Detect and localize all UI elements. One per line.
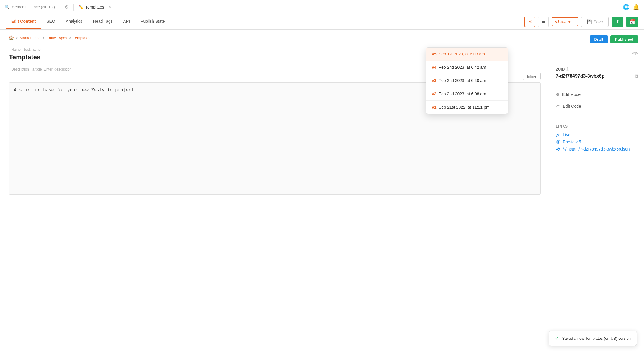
calendar-icon: 📅 [629, 19, 635, 24]
pencil-icon: ✏️ [79, 5, 84, 9]
publish-button[interactable]: ⬆ [612, 17, 623, 27]
tab-publish-state[interactable]: Publish State [135, 15, 170, 29]
save-button[interactable]: 💾 Save [581, 17, 609, 27]
sidebar-divider-1 [556, 61, 638, 61]
content-area: 🏠 > Marketplace > Entity Types > Templat… [0, 30, 550, 353]
main-layout: 🏠 > Marketplace > Entity Types > Templat… [0, 30, 644, 353]
tabs-actions: ✕ 🖥 v5 s... ▼ 💾 Save ⬆ 📅 [524, 17, 638, 27]
bell-icon[interactable]: 🔔 [633, 4, 639, 10]
svg-marker-2 [556, 147, 560, 151]
topbar-divider [60, 4, 60, 11]
edit-code-row[interactable]: <> Edit Code [556, 103, 638, 110]
topbar-tab[interactable]: ✏️ Templates [79, 5, 104, 9]
model-icon: ⚙ [556, 92, 560, 97]
preview-btn[interactable]: 🖥 [538, 17, 549, 27]
link-instant[interactable]: /-/instant/7-d2f78497d3-3wbx6p.json [556, 146, 638, 153]
version-select-label: v5 s... [555, 19, 566, 24]
breadcrumb-sep-3: > [69, 36, 71, 40]
breadcrumb-marketplace[interactable]: Marketplace [20, 36, 41, 40]
bolt-icon [556, 147, 560, 151]
chevron-down-icon: ▼ [568, 20, 571, 24]
code-icon: <> [556, 104, 560, 109]
topbar-tab-close[interactable]: × [109, 5, 111, 9]
tab-api[interactable]: API [118, 15, 135, 29]
eye-icon [556, 140, 560, 144]
home-icon[interactable]: 🏠 [9, 35, 14, 40]
search-icon: 🔍 [5, 5, 10, 9]
inline-button[interactable]: Inline [523, 73, 541, 80]
version-option-v4[interactable]: v4 Feb 2nd 2023, at 6:42 am [426, 61, 508, 74]
tabs-nav: Edit Content SEO Analytics Head Tags API… [0, 14, 644, 30]
upload-icon: ⬆ [616, 19, 620, 24]
edit-model-row[interactable]: ⚙ Edit Model [556, 91, 638, 98]
close-version-btn[interactable]: ✕ [524, 17, 535, 27]
breadcrumb-sep-1: > [16, 36, 18, 40]
topbar-right: 🌐 🔔 [623, 4, 639, 10]
zuidfield-value: 7-d2f78497d3-3wbx6p [556, 73, 632, 79]
version-select-dropdown[interactable]: v5 s... ▼ [552, 17, 578, 26]
toast-check-icon: ✓ [555, 335, 559, 341]
tab-seo[interactable]: SEO [41, 15, 61, 29]
version-dropdown: v5 Sep 1st 2023, at 6:03 am v4 Feb 2nd 2… [426, 47, 508, 114]
svg-point-1 [558, 141, 559, 143]
links-title: LINKS [556, 124, 638, 128]
version-option-v1[interactable]: v1 Sep 21st 2022, at 11:21 pm [426, 101, 508, 114]
topbar: 🔍 Search Instance (ctrl + k) ⚙ ✏️ Templa… [0, 0, 644, 14]
draft-badge: Draft [590, 35, 608, 43]
breadcrumb-templates[interactable]: Templates [73, 36, 90, 40]
published-badge: Published [610, 35, 638, 43]
version-option-v2[interactable]: v2 Feb 2nd 2023, at 6:08 am [426, 87, 508, 101]
sidebar-divider-3 [556, 116, 638, 116]
filter-icon[interactable]: ⚙ [65, 4, 69, 10]
topbar-tab-label: Templates [85, 5, 104, 9]
copy-icon[interactable]: ⧉ [635, 73, 638, 79]
zuidfield-section: ZUID ⓘ 7-d2f78497d3-3wbx6p ⧉ [556, 67, 638, 79]
search-label: Search Instance (ctrl + k) [12, 5, 55, 9]
link-live[interactable]: Live [556, 131, 638, 138]
status-badges: Draft Published [556, 35, 638, 43]
breadcrumb: 🏠 > Marketplace > Entity Types > Templat… [9, 35, 541, 40]
link-icon [556, 133, 560, 137]
zuidfield-row: 7-d2f78497d3-3wbx6p ⧉ [556, 73, 638, 79]
breadcrumb-entity-types[interactable]: Entity Types [46, 36, 67, 40]
right-sidebar: Draft Published ago ZUID ⓘ 7-d2f78497d3-… [550, 30, 644, 353]
schedule-button[interactable]: 📅 [626, 17, 638, 27]
tab-head-tags[interactable]: Head Tags [88, 15, 118, 29]
info-icon: ⓘ [566, 67, 569, 72]
tab-analytics[interactable]: Analytics [61, 15, 88, 29]
toast-message: Saved a new Templates (en-US) version [562, 336, 631, 341]
topbar-divider2 [73, 4, 74, 11]
ago-text: ago [556, 50, 638, 55]
zuidfield-label: ZUID ⓘ [556, 67, 638, 72]
sidebar-divider-2 [556, 85, 638, 85]
search-bar[interactable]: 🔍 Search Instance (ctrl + k) [5, 5, 55, 9]
version-option-v5[interactable]: v5 Sep 1st 2023, at 6:03 am [426, 48, 508, 61]
save-disk-icon: 💾 [587, 19, 592, 24]
breadcrumb-sep-2: > [42, 36, 45, 40]
link-preview5[interactable]: Preview 5 [556, 138, 638, 146]
toast-notification: ✓ Saved a new Templates (en-US) version [549, 331, 637, 346]
links-section: LINKS Live Preview 5 /-/instant/7-d2f784… [556, 124, 638, 153]
globe-icon[interactable]: 🌐 [623, 4, 629, 10]
tab-edit-content[interactable]: Edit Content [6, 15, 41, 29]
version-option-v3[interactable]: v3 Feb 2nd 2023, at 6:40 am [426, 74, 508, 87]
